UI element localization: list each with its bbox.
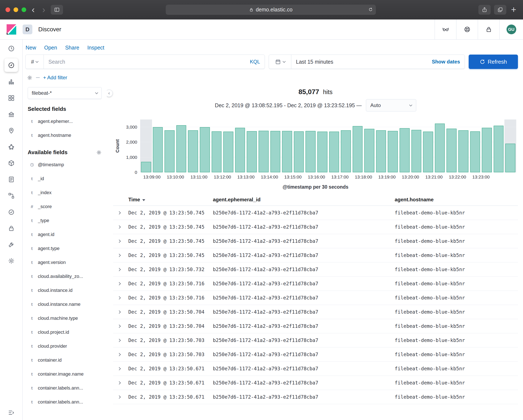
- nav-machine-learning[interactable]: [4, 143, 18, 150]
- histogram-bar[interactable]: [259, 131, 269, 172]
- top-nav-share[interactable]: Share: [65, 45, 79, 51]
- table-row[interactable]: Dec 2, 2019 @ 13:23:50.716b250e7d6-1172-…: [113, 277, 518, 291]
- histogram-bar[interactable]: [247, 131, 257, 172]
- field-item[interactable]: tcloud.availability_zo...: [28, 269, 102, 283]
- histogram-bar[interactable]: [235, 128, 245, 172]
- kibana-logo[interactable]: [0, 19, 23, 39]
- show-dates-button[interactable]: Show dates: [432, 59, 465, 65]
- expand-row-icon[interactable]: [113, 396, 125, 398]
- expand-row-icon[interactable]: [113, 353, 125, 356]
- field-item[interactable]: tcloud.instance.id: [28, 283, 102, 297]
- expand-row-icon[interactable]: [113, 382, 125, 384]
- nav-management[interactable]: [4, 257, 18, 264]
- add-filter-button[interactable]: + Add filter: [43, 75, 67, 81]
- nav-canvas[interactable]: [4, 111, 18, 118]
- histogram-bar[interactable]: [294, 131, 304, 172]
- histogram-bar[interactable]: [329, 132, 339, 172]
- nav-infrastructure[interactable]: [4, 160, 18, 167]
- table-row[interactable]: Dec 2, 2019 @ 13:23:50.671b250e7d6-1172-…: [113, 390, 518, 404]
- table-row[interactable]: Dec 2, 2019 @ 13:23:50.703b250e7d6-1172-…: [113, 333, 518, 347]
- table-row[interactable]: Dec 2, 2019 @ 13:23:50.745b250e7d6-1172-…: [113, 248, 518, 263]
- col-header-time[interactable]: Time: [125, 197, 210, 203]
- close-window-button[interactable]: [6, 8, 10, 12]
- histogram-bar[interactable]: [364, 129, 374, 172]
- field-item[interactable]: tcloud.project.id: [28, 325, 102, 339]
- field-item[interactable]: tagent.hostname: [28, 128, 102, 142]
- histogram-bar[interactable]: [141, 162, 151, 172]
- table-row[interactable]: Dec 2, 2019 @ 13:23:50.704b250e7d6-1172-…: [113, 319, 518, 333]
- histogram-bar[interactable]: [470, 131, 480, 172]
- refresh-button[interactable]: Refresh: [469, 55, 518, 69]
- nav-uptime[interactable]: [4, 208, 18, 215]
- field-item[interactable]: tcontainer.image.name: [28, 367, 102, 381]
- histogram-bar[interactable]: [212, 131, 222, 172]
- field-item[interactable]: tagent.ephemer...: [28, 115, 102, 128]
- histogram-bar[interactable]: [353, 126, 363, 172]
- field-item[interactable]: t_id: [28, 172, 102, 186]
- interval-select[interactable]: Auto: [366, 99, 416, 111]
- time-range-button[interactable]: Last 15 minutes: [291, 59, 432, 65]
- field-item[interactable]: t_index: [28, 186, 102, 200]
- histogram-bar[interactable]: [505, 144, 515, 172]
- col-header-hostname[interactable]: agent.hostname: [391, 197, 518, 203]
- field-item[interactable]: tcontainer.id: [28, 353, 102, 367]
- browser-tabs-button[interactable]: [494, 5, 506, 15]
- table-row[interactable]: Dec 2, 2019 @ 13:23:50.745b250e7d6-1172-…: [113, 206, 518, 220]
- collapse-fields-sidebar-button[interactable]: ‹: [107, 90, 113, 97]
- expand-row-icon[interactable]: [113, 311, 125, 313]
- browser-share-button[interactable]: [478, 5, 491, 15]
- zoom-window-button[interactable]: [22, 8, 26, 12]
- field-item[interactable]: tcloud.provider: [28, 339, 102, 353]
- histogram-bar[interactable]: [223, 132, 233, 172]
- collapse-nav-button[interactable]: [4, 409, 18, 416]
- nav-siem[interactable]: [4, 225, 18, 232]
- expand-row-icon[interactable]: [113, 282, 125, 285]
- histogram-bar[interactable]: [305, 131, 316, 172]
- histogram-bar[interactable]: [388, 131, 398, 172]
- field-item[interactable]: tcloud.machine.type: [28, 311, 102, 325]
- histogram-bar[interactable]: [341, 130, 351, 172]
- expand-row-icon[interactable]: [113, 212, 125, 214]
- expand-row-icon[interactable]: [113, 368, 125, 370]
- expand-row-icon[interactable]: [113, 268, 125, 271]
- histogram-bar[interactable]: [423, 132, 433, 172]
- field-item[interactable]: tagent.id: [28, 228, 102, 241]
- nav-dev-tools[interactable]: [4, 241, 18, 248]
- help-menu-button[interactable]: [456, 19, 478, 39]
- table-row[interactable]: Dec 2, 2019 @ 13:23:50.745b250e7d6-1172-…: [113, 234, 518, 248]
- user-menu-button[interactable]: GU: [499, 19, 523, 39]
- field-item[interactable]: t_type: [28, 214, 102, 228]
- saved-query-menu-button[interactable]: #: [25, 55, 44, 69]
- histogram-bar[interactable]: [270, 131, 280, 172]
- table-row[interactable]: Dec 2, 2019 @ 13:23:50.703b250e7d6-1172-…: [113, 347, 518, 362]
- table-row[interactable]: Dec 2, 2019 @ 13:23:50.704b250e7d6-1172-…: [113, 305, 518, 319]
- top-nav-new[interactable]: New: [25, 45, 36, 51]
- table-row[interactable]: Dec 2, 2019 @ 13:23:50.732b250e7d6-1172-…: [113, 263, 518, 277]
- histogram-bar[interactable]: [458, 130, 468, 172]
- expand-row-icon[interactable]: [113, 325, 125, 327]
- expand-row-icon[interactable]: [113, 254, 125, 256]
- nav-apm[interactable]: [4, 192, 18, 199]
- expand-row-icon[interactable]: [113, 297, 125, 299]
- field-item[interactable]: tagent.version: [28, 255, 102, 269]
- histogram-bar[interactable]: [153, 127, 163, 172]
- kql-toggle[interactable]: KQL: [250, 59, 265, 65]
- address-bar[interactable]: demo.elastic.co: [166, 5, 376, 15]
- expand-row-icon[interactable]: [113, 240, 125, 242]
- histogram-bar[interactable]: [435, 124, 445, 172]
- histogram-bar[interactable]: [200, 127, 210, 172]
- histogram-bar[interactable]: [482, 128, 492, 172]
- reload-icon[interactable]: [368, 7, 373, 12]
- col-header-ephemeral-id[interactable]: agent.ephemeral_id: [210, 197, 391, 203]
- histogram-bar[interactable]: [176, 125, 187, 172]
- expand-row-icon[interactable]: [113, 226, 125, 228]
- table-row[interactable]: Dec 2, 2019 @ 13:23:50.671b250e7d6-1172-…: [113, 376, 518, 390]
- browser-forward-button[interactable]: ›: [40, 5, 47, 14]
- field-item[interactable]: tcontainer.labels.ann...: [28, 381, 102, 395]
- index-pattern-select[interactable]: filebeat-*: [28, 87, 102, 99]
- space-badge[interactable]: D: [23, 25, 32, 34]
- nav-recently-viewed[interactable]: [4, 45, 18, 52]
- nav-dashboard[interactable]: [4, 95, 18, 101]
- field-item[interactable]: tcontainer.labels.ann...: [28, 395, 102, 409]
- new-tab-button[interactable]: +: [510, 5, 517, 15]
